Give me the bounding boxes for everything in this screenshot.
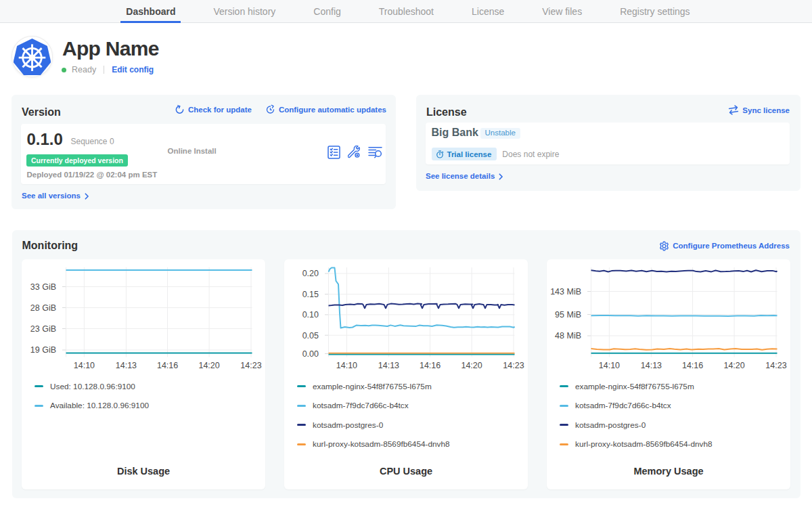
svg-text:143 MiB: 143 MiB: [550, 286, 581, 296]
svg-text:0.20: 0.20: [302, 269, 319, 278]
svg-text:14:10: 14:10: [336, 360, 357, 370]
svg-text:14:10: 14:10: [74, 360, 95, 370]
svg-text:14:10: 14:10: [599, 360, 620, 370]
svg-text:14:13: 14:13: [641, 360, 662, 370]
svg-text:0.05: 0.05: [302, 330, 319, 340]
svg-text:14:20: 14:20: [723, 360, 744, 370]
svg-text:48 MiB: 48 MiB: [555, 331, 581, 341]
svg-text:14:20: 14:20: [198, 360, 219, 370]
svg-text:0.00: 0.00: [302, 349, 319, 358]
svg-text:28 GiB: 28 GiB: [30, 303, 56, 312]
svg-text:14:23: 14:23: [503, 360, 524, 370]
svg-text:14:16: 14:16: [157, 360, 178, 370]
svg-text:14:16: 14:16: [420, 360, 441, 370]
svg-text:14:16: 14:16: [682, 360, 703, 370]
svg-text:0.10: 0.10: [302, 310, 319, 320]
svg-text:14:23: 14:23: [240, 360, 261, 370]
svg-text:14:23: 14:23: [765, 360, 786, 370]
svg-text:19 GiB: 19 GiB: [30, 345, 56, 355]
svg-text:14:13: 14:13: [378, 360, 399, 370]
svg-text:23 GiB: 23 GiB: [30, 324, 56, 333]
svg-text:14:13: 14:13: [116, 360, 137, 370]
svg-text:33 GiB: 33 GiB: [30, 282, 56, 291]
svg-text:0.15: 0.15: [302, 289, 319, 299]
svg-text:14:20: 14:20: [461, 360, 482, 370]
svg-text:95 MiB: 95 MiB: [555, 309, 581, 319]
